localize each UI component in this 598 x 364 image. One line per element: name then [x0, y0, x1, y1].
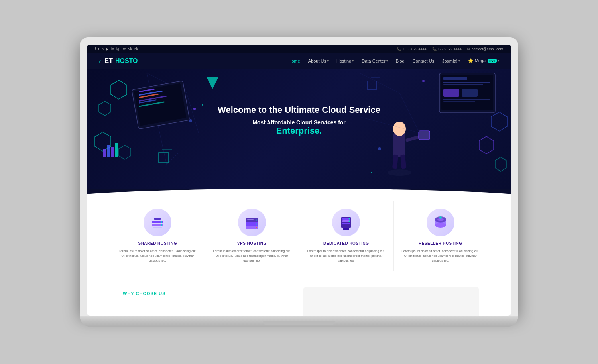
nav-hosting[interactable]: Hosting ▾: [336, 59, 354, 63]
nav-links: Home About Us ▾ Hosting ▾ Data Center ▾ …: [288, 58, 499, 63]
nav-joomla[interactable]: Joomla! ▾: [442, 59, 460, 63]
svg-rect-30: [443, 77, 467, 80]
svg-line-4: [147, 73, 187, 93]
service-vps: VPS HOSTING Lorem ipsum dolor sit amet, …: [205, 201, 299, 271]
svg-rect-72: [342, 220, 350, 222]
logo-icon: ⌂: [99, 58, 102, 64]
dedicated-hosting-title: DEDICATED HOSTING: [305, 241, 387, 246]
svg-rect-19: [111, 147, 114, 157]
svg-point-66: [256, 219, 257, 220]
svg-rect-18: [107, 145, 110, 157]
laptop-base: [80, 316, 518, 327]
hero-section: Welcome to the Ultimate Cloud Service Mo…: [87, 69, 511, 189]
shared-hosting-desc: Lorem ipsum dolor sit amet, consectetur …: [117, 249, 199, 263]
service-shared: SHARED HOSTING Lorem ipsum dolor sit ame…: [111, 201, 205, 271]
svg-point-37: [388, 169, 411, 176]
svg-line-51: [368, 78, 371, 81]
svg-rect-32: [443, 84, 483, 85]
svg-point-82: [439, 216, 442, 219]
twitter-icon[interactable]: t: [98, 47, 100, 51]
top-bar: f t p ▶ in ig Be vk sk 📞 +228 872 4444 📞…: [87, 45, 511, 53]
instagram-icon[interactable]: ig: [116, 47, 119, 51]
skype-icon[interactable]: sk: [134, 47, 138, 51]
hot-badge: HOT: [488, 59, 497, 63]
nav-home[interactable]: Home: [288, 59, 300, 63]
logo-et: ET: [104, 57, 112, 65]
svg-line-47: [360, 73, 399, 93]
svg-marker-16: [207, 77, 218, 89]
nav-about[interactable]: About Us ▾: [308, 59, 329, 63]
laptop-screen: f t p ▶ in ig Be vk sk 📞 +228 872 4444 📞…: [87, 45, 511, 316]
reseller-hosting-icon: [427, 209, 454, 236]
svg-point-76: [349, 220, 350, 222]
svg-rect-50: [368, 81, 376, 90]
phone2[interactable]: 📞 +775 872 4444: [432, 47, 462, 51]
laptop-bezel: f t p ▶ in ig Be vk sk 📞 +228 872 4444 📞…: [80, 37, 518, 316]
nav-mega[interactable]: ⭐ Mega HOT ▾: [468, 58, 499, 63]
svg-line-52: [376, 78, 380, 81]
why-choose-section: WHY CHOOSE US: [103, 279, 495, 316]
svg-rect-38: [393, 133, 405, 157]
svg-rect-20: [115, 143, 118, 157]
vps-hosting-title: VPS HOSTING: [211, 241, 293, 246]
svg-point-67: [256, 223, 257, 224]
nav-datacenter[interactable]: Data Center ▾: [362, 59, 388, 63]
svg-rect-69: [247, 219, 254, 220]
svg-marker-3: [119, 145, 131, 159]
svg-point-75: [349, 218, 350, 219]
services-grid: SHARED HOSTING Lorem ipsum dolor sit ame…: [103, 201, 495, 271]
nav-blog[interactable]: Blog: [396, 59, 405, 63]
why-right: [303, 287, 479, 316]
youtube-icon[interactable]: ▶: [106, 47, 109, 51]
dedicated-hosting-icon: [332, 209, 360, 236]
svg-line-22: [159, 150, 162, 153]
service-dedicated: DEDICATED HOSTING Lorem ipsum dolor sit …: [299, 201, 393, 271]
svg-line-6: [167, 133, 199, 165]
svg-rect-21: [159, 153, 169, 163]
nav-contact[interactable]: Contact Us: [413, 59, 434, 63]
hero-subtitle-accent: Enterprise.: [103, 126, 495, 136]
pinterest-icon[interactable]: p: [102, 47, 104, 51]
svg-rect-10: [139, 88, 155, 92]
navbar: ⌂ ET HOSTO Home About Us ▾ Hosting ▾ Dat…: [87, 53, 511, 69]
hero-subtitle: Most Affordable Cloud Services for Enter…: [103, 119, 495, 136]
svg-rect-39: [392, 154, 398, 169]
reseller-hosting-desc: Lorem ipsum dolor sit amet, consectetur …: [400, 249, 482, 263]
laptop-container: f t p ▶ in ig Be vk sk 📞 +228 872 4444 📞…: [80, 37, 518, 327]
shared-hosting-icon: [144, 209, 171, 236]
svg-rect-74: [343, 228, 349, 230]
dedicated-hosting-desc: Lorem ipsum dolor sit amet, consectetur …: [305, 249, 387, 263]
svg-point-68: [256, 227, 257, 228]
svg-rect-31: [443, 82, 490, 83]
why-left: WHY CHOOSE US: [119, 287, 295, 316]
logo-hosto: HOSTO: [115, 57, 138, 65]
services-section: SHARED HOSTING Lorem ipsum dolor sit ame…: [87, 201, 511, 316]
linkedin-icon[interactable]: in: [111, 47, 114, 51]
svg-rect-40: [400, 154, 406, 169]
svg-rect-71: [342, 218, 350, 220]
social-links: f t p ▶ in ig Be vk sk: [95, 47, 138, 51]
laptop-notch: [263, 321, 335, 325]
svg-point-54: [422, 80, 425, 82]
logo[interactable]: ⌂ ET HOSTO: [99, 57, 138, 65]
svg-line-23: [169, 150, 172, 153]
shared-hosting-title: SHARED HOSTING: [117, 241, 199, 246]
svg-rect-17: [103, 149, 106, 157]
reseller-hosting-title: RESELLER HOSTING: [400, 241, 482, 246]
vps-hosting-desc: Lorem ipsum dolor sit amet, consectetur …: [211, 249, 293, 263]
contact-info: 📞 +228 872 4444 📞 +775 872 4444 ✉ contac…: [397, 47, 503, 51]
facebook-icon[interactable]: f: [95, 47, 96, 51]
svg-point-55: [378, 147, 381, 150]
vk-icon[interactable]: vk: [128, 47, 132, 51]
svg-rect-73: [342, 223, 350, 224]
svg-rect-59: [154, 218, 161, 220]
why-label: WHY CHOOSE US: [123, 291, 291, 296]
svg-point-61: [161, 224, 162, 226]
vps-hosting-icon: [238, 209, 266, 236]
hero-content: Welcome to the Ultimate Cloud Service Mo…: [103, 93, 495, 136]
behance-icon[interactable]: Be: [122, 47, 126, 51]
phone1[interactable]: 📞 +228 872 4444: [397, 47, 426, 51]
email[interactable]: ✉ contact@email.com: [467, 47, 503, 51]
svg-marker-46: [495, 157, 506, 171]
svg-point-79: [435, 223, 446, 228]
